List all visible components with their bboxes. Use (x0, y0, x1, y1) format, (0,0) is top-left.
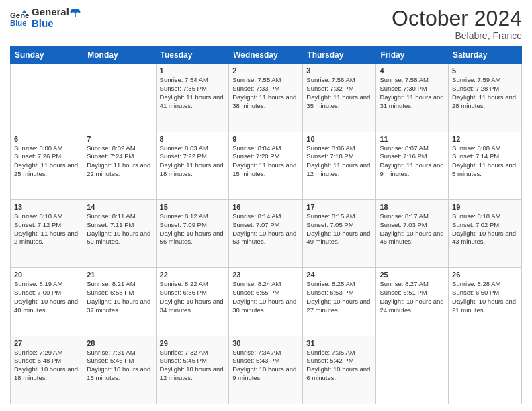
logo-icon: General Blue (10, 9, 29, 28)
calendar-cell: 6Sunrise: 8:00 AM Sunset: 7:26 PM Daylig… (11, 132, 83, 199)
calendar-cell: 26Sunrise: 8:28 AM Sunset: 6:50 PM Dayli… (449, 268, 522, 336)
calendar-cell: 11Sunrise: 8:07 AM Sunset: 7:16 PM Dayli… (376, 132, 449, 199)
day-detail: Sunrise: 7:34 AM Sunset: 5:43 PM Dayligh… (232, 349, 299, 383)
day-detail: Sunrise: 8:00 AM Sunset: 7:26 PM Dayligh… (14, 144, 79, 179)
day-number: 9 (232, 135, 299, 143)
day-number: 1 (160, 66, 226, 75)
day-number: 19 (452, 203, 518, 211)
day-number: 23 (232, 271, 299, 279)
weekday-header-monday: Monday (83, 47, 156, 64)
day-number: 21 (87, 271, 152, 279)
day-number: 13 (14, 203, 79, 211)
title-block: October 2024 Belabre, France (392, 7, 522, 41)
day-detail: Sunrise: 8:25 AM Sunset: 6:53 PM Dayligh… (306, 280, 372, 314)
day-detail: Sunrise: 8:03 AM Sunset: 7:22 PM Dayligh… (160, 144, 226, 179)
logo: General Blue General Blue (10, 7, 81, 29)
day-detail: Sunrise: 8:24 AM Sunset: 6:55 PM Dayligh… (232, 280, 299, 314)
day-detail: Sunrise: 8:11 AM Sunset: 7:11 PM Dayligh… (87, 212, 152, 246)
day-number: 17 (306, 203, 372, 211)
calendar-cell: 16Sunrise: 8:14 AM Sunset: 7:07 PM Dayli… (229, 199, 303, 267)
calendar-week-4: 20Sunrise: 8:19 AM Sunset: 7:00 PM Dayli… (11, 268, 522, 336)
day-detail: Sunrise: 8:21 AM Sunset: 6:58 PM Dayligh… (87, 280, 152, 314)
day-number: 7 (87, 135, 152, 143)
day-number: 14 (87, 203, 152, 211)
day-number: 20 (14, 271, 79, 279)
day-number: 31 (306, 339, 372, 347)
day-detail: Sunrise: 8:15 AM Sunset: 7:05 PM Dayligh… (306, 212, 372, 246)
day-detail: Sunrise: 8:12 AM Sunset: 7:09 PM Dayligh… (160, 212, 226, 246)
calendar-cell: 4Sunrise: 7:58 AM Sunset: 7:30 PM Daylig… (376, 64, 449, 132)
calendar-week-1: 1Sunrise: 7:54 AM Sunset: 7:35 PM Daylig… (11, 64, 522, 132)
day-detail: Sunrise: 7:54 AM Sunset: 7:35 PM Dayligh… (160, 76, 226, 110)
day-number: 4 (380, 66, 445, 75)
calendar-cell: 31Sunrise: 7:35 AM Sunset: 5:42 PM Dayli… (303, 336, 376, 404)
day-detail: Sunrise: 8:07 AM Sunset: 7:16 PM Dayligh… (380, 144, 445, 179)
day-number: 27 (14, 339, 79, 347)
calendar-cell: 12Sunrise: 8:08 AM Sunset: 7:14 PM Dayli… (449, 132, 522, 199)
calendar-cell: 20Sunrise: 8:19 AM Sunset: 7:00 PM Dayli… (11, 268, 83, 336)
logo-bird-icon (69, 8, 81, 23)
weekday-header-tuesday: Tuesday (156, 47, 229, 64)
calendar-cell: 2Sunrise: 7:55 AM Sunset: 7:33 PM Daylig… (229, 64, 303, 132)
weekday-header-thursday: Thursday (303, 47, 376, 64)
day-detail: Sunrise: 8:10 AM Sunset: 7:12 PM Dayligh… (14, 212, 79, 246)
day-number: 16 (232, 203, 299, 211)
calendar-cell: 15Sunrise: 8:12 AM Sunset: 7:09 PM Dayli… (156, 199, 229, 267)
day-number: 30 (232, 339, 299, 347)
day-number: 12 (452, 135, 518, 143)
weekday-header-wednesday: Wednesday (229, 47, 303, 64)
day-number: 3 (306, 66, 372, 75)
calendar-cell: 13Sunrise: 8:10 AM Sunset: 7:12 PM Dayli… (11, 199, 83, 267)
day-detail: Sunrise: 8:14 AM Sunset: 7:07 PM Dayligh… (232, 212, 299, 246)
logo-general: General (32, 7, 69, 18)
page: General Blue General Blue October 2024 B… (0, 0, 532, 411)
calendar-cell: 5Sunrise: 7:59 AM Sunset: 7:28 PM Daylig… (449, 64, 522, 132)
weekday-header-saturday: Saturday (449, 47, 522, 64)
calendar-cell: 9Sunrise: 8:04 AM Sunset: 7:20 PM Daylig… (229, 132, 303, 199)
day-number: 8 (160, 135, 226, 143)
calendar-week-2: 6Sunrise: 8:00 AM Sunset: 7:26 PM Daylig… (11, 132, 522, 199)
day-number: 22 (160, 271, 226, 279)
day-detail: Sunrise: 8:19 AM Sunset: 7:00 PM Dayligh… (14, 280, 79, 314)
day-detail: Sunrise: 8:28 AM Sunset: 6:50 PM Dayligh… (452, 280, 518, 314)
day-number: 15 (160, 203, 226, 211)
day-number: 11 (380, 135, 445, 143)
day-detail: Sunrise: 7:32 AM Sunset: 5:45 PM Dayligh… (160, 349, 226, 383)
calendar-cell: 17Sunrise: 8:15 AM Sunset: 7:05 PM Dayli… (303, 199, 376, 267)
day-number: 28 (87, 339, 152, 347)
calendar-table: SundayMondayTuesdayWednesdayThursdayFrid… (10, 46, 522, 404)
calendar-cell: 21Sunrise: 8:21 AM Sunset: 6:58 PM Dayli… (83, 268, 156, 336)
calendar-header-row: SundayMondayTuesdayWednesdayThursdayFrid… (11, 47, 522, 64)
day-number: 24 (306, 271, 372, 279)
header: General Blue General Blue October 2024 B… (10, 7, 522, 41)
day-number: 2 (232, 66, 299, 75)
calendar-cell: 3Sunrise: 7:56 AM Sunset: 7:32 PM Daylig… (303, 64, 376, 132)
weekday-header-friday: Friday (376, 47, 449, 64)
day-detail: Sunrise: 8:22 AM Sunset: 6:56 PM Dayligh… (160, 280, 226, 314)
day-detail: Sunrise: 7:35 AM Sunset: 5:42 PM Dayligh… (306, 349, 372, 383)
calendar-cell: 14Sunrise: 8:11 AM Sunset: 7:11 PM Dayli… (83, 199, 156, 267)
svg-text:General: General (10, 11, 29, 19)
calendar-cell (83, 64, 156, 132)
day-number: 10 (306, 135, 372, 143)
svg-text:Blue: Blue (10, 19, 27, 27)
weekday-header-sunday: Sunday (11, 47, 83, 64)
calendar-cell: 7Sunrise: 8:02 AM Sunset: 7:24 PM Daylig… (83, 132, 156, 199)
day-detail: Sunrise: 8:18 AM Sunset: 7:02 PM Dayligh… (452, 212, 518, 246)
location: Belabre, France (392, 30, 522, 41)
day-detail: Sunrise: 8:27 AM Sunset: 6:51 PM Dayligh… (380, 280, 445, 314)
calendar-cell (376, 336, 449, 404)
calendar-cell: 19Sunrise: 8:18 AM Sunset: 7:02 PM Dayli… (449, 199, 522, 267)
calendar-cell (11, 64, 83, 132)
day-detail: Sunrise: 8:17 AM Sunset: 7:03 PM Dayligh… (380, 212, 445, 246)
logo-blue: Blue (32, 18, 69, 30)
calendar-cell (449, 336, 522, 404)
day-number: 29 (160, 339, 226, 347)
calendar-cell: 23Sunrise: 8:24 AM Sunset: 6:55 PM Dayli… (229, 268, 303, 336)
day-number: 6 (14, 135, 79, 143)
day-detail: Sunrise: 7:55 AM Sunset: 7:33 PM Dayligh… (232, 76, 299, 110)
month-title: October 2024 (392, 7, 522, 30)
day-number: 5 (452, 66, 518, 75)
day-detail: Sunrise: 8:08 AM Sunset: 7:14 PM Dayligh… (452, 144, 518, 179)
day-number: 18 (380, 203, 445, 211)
